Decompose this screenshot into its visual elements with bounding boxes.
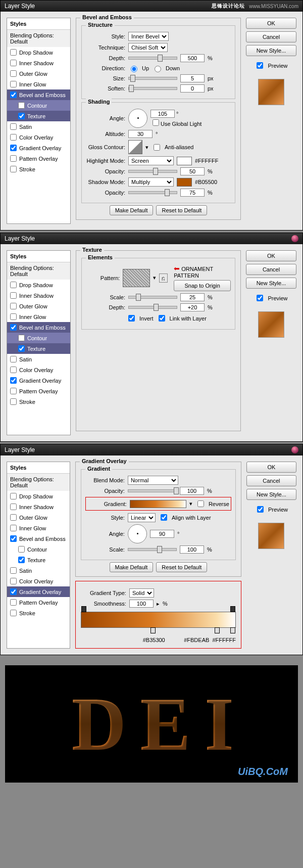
style-satin[interactable]: Satin [7,354,70,364]
invert-checkbox[interactable] [128,315,135,322]
color-stop[interactable] [215,627,220,633]
style-checkbox[interactable] [10,145,17,151]
style-outer-glow[interactable]: Outer Glow [7,301,70,311]
style-checkbox[interactable] [10,504,17,510]
close-icon[interactable] [291,235,298,242]
ok-button[interactable]: OK [246,462,296,473]
use-global-light[interactable] [153,119,159,126]
style-checkbox[interactable] [10,303,17,309]
dir-down[interactable] [155,66,161,72]
style-stroke[interactable]: Stroke [7,164,70,174]
style-pattern-overlay[interactable]: Pattern Overlay [7,153,70,164]
style-checkbox[interactable] [10,81,17,87]
style-select[interactable]: Inner Bevel [128,32,169,41]
gradient-type-select[interactable]: Solid [129,588,154,598]
technique-select[interactable]: Chisel Soft [128,43,168,52]
style-color-overlay[interactable]: Color Overlay [7,576,70,586]
depth-input[interactable] [180,54,205,62]
style-checkbox[interactable] [10,525,17,531]
style-checkbox[interactable] [10,292,17,299]
style-checkbox[interactable] [18,546,25,553]
pattern-picker[interactable] [123,269,150,287]
shadow-color[interactable] [177,178,192,187]
preview-checkbox[interactable] [257,62,263,69]
style-checkbox[interactable] [10,282,17,288]
style-bevel-and-emboss[interactable]: Bevel and Emboss [7,533,70,544]
style-contour[interactable]: Contour [7,100,70,111]
style-checkbox[interactable] [18,557,25,563]
style-checkbox[interactable] [10,313,17,320]
titlebar[interactable]: Layer Style 思锋设计论坛www.MISSYUAN.com [1,1,302,12]
angle-dial[interactable] [128,524,147,543]
style-checkbox[interactable] [10,367,17,373]
style-pattern-overlay[interactable]: Pattern Overlay [7,597,70,608]
style-checkbox[interactable] [18,102,25,109]
style-drop-shadow[interactable]: Drop Shadow [7,491,70,501]
soften-input[interactable] [180,84,205,93]
style-inner-shadow[interactable]: Inner Shadow [7,58,70,68]
anti-aliased[interactable] [154,144,160,151]
align-layer-checkbox[interactable] [161,514,167,521]
shadow-opacity-slider[interactable] [128,191,177,194]
titlebar[interactable]: Layer Style [1,233,302,244]
style-checkbox[interactable] [10,166,17,172]
style-checkbox[interactable] [10,493,17,499]
snap-origin-button[interactable]: Snap to Origin [174,280,231,291]
style-checkbox[interactable] [10,567,17,574]
style-gradient-overlay[interactable]: Gradient Overlay [7,143,70,153]
style-texture[interactable]: Texture [7,111,70,121]
highlight-color[interactable] [177,157,192,165]
reset-default-button[interactable]: Reset to Default [156,205,207,215]
shadow-mode[interactable]: Multiply [128,177,174,187]
style-checkbox[interactable] [10,588,17,595]
smoothness-input[interactable] [129,600,154,608]
preview-checkbox[interactable] [257,295,263,301]
new-style-button[interactable]: New Style... [246,489,296,500]
style-color-overlay[interactable]: Color Overlay [7,132,70,143]
style-outer-glow[interactable]: Outer Glow [7,512,70,523]
shadow-opacity-input[interactable] [180,189,205,197]
style-inner-glow[interactable]: Inner Glow [7,79,70,89]
size-input[interactable] [180,74,205,82]
style-checkbox[interactable] [10,324,17,331]
style-color-overlay[interactable]: Color Overlay [7,364,70,375]
style-checkbox[interactable] [10,70,17,77]
style-inner-shadow[interactable]: Inner Shadow [7,501,70,512]
gloss-contour[interactable] [128,140,142,154]
dir-up[interactable] [131,66,137,72]
style-bevel-and-emboss[interactable]: Bevel and Emboss [7,89,70,100]
style-inner-glow[interactable]: Inner Glow [7,311,70,322]
style-gradient-overlay[interactable]: Gradient Overlay [7,375,70,386]
style-checkbox[interactable] [10,377,17,384]
make-default-button[interactable]: Make Default [110,562,154,572]
style-satin[interactable]: Satin [7,121,70,132]
style-checkbox[interactable] [10,356,17,362]
blend-mode-select[interactable]: Normal [128,476,178,485]
titlebar[interactable]: Layer Style [1,444,302,455]
style-drop-shadow[interactable]: Drop Shadow [7,280,70,290]
style-checkbox[interactable] [10,398,17,405]
link-layer-checkbox[interactable] [159,315,165,322]
gradient-bar[interactable] [81,612,236,628]
chevron-down-icon[interactable]: ▾ [189,500,192,507]
opacity-input[interactable] [180,487,204,495]
soften-slider[interactable] [128,87,177,90]
scale-input[interactable] [180,545,204,554]
style-inner-shadow[interactable]: Inner Shadow [7,290,70,301]
style-checkbox[interactable] [10,599,17,606]
chevron-right-icon[interactable]: ▸ [157,601,160,607]
depth-slider[interactable] [128,306,177,309]
scale-slider[interactable] [128,296,177,299]
snap-icon[interactable]: ⎌ [159,273,168,283]
style-drop-shadow[interactable]: Drop Shadow [7,47,70,58]
reverse-checkbox[interactable] [197,500,204,507]
style-checkbox[interactable] [10,578,17,584]
style-stroke[interactable]: Stroke [7,608,70,618]
style-gradient-overlay[interactable]: Gradient Overlay [7,586,70,597]
close-icon[interactable] [291,446,298,453]
chevron-down-icon[interactable]: ▾ [153,275,156,281]
ok-button[interactable]: OK [246,250,296,261]
style-contour[interactable]: Contour [7,544,70,555]
depth-slider[interactable] [128,57,177,60]
style-checkbox[interactable] [10,535,17,542]
